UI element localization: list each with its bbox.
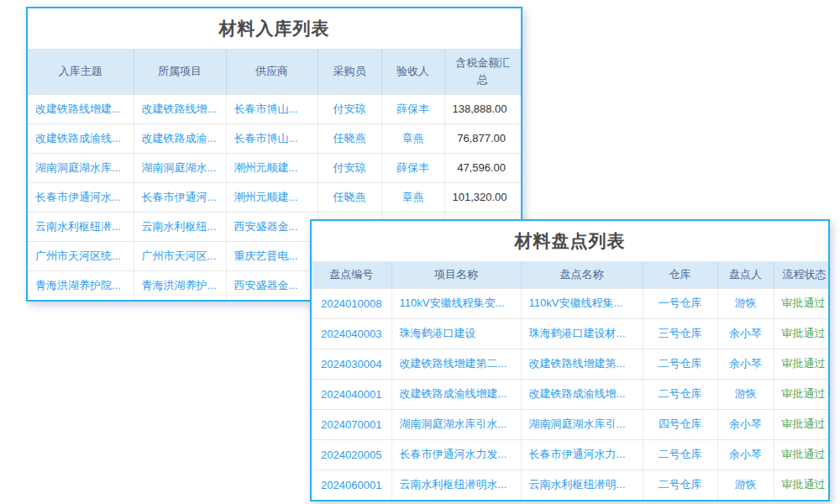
column-header-stocktake-warehouse: 仓库 bbox=[643, 261, 717, 288]
cell-inbound-amount: 101,320.00 bbox=[444, 182, 521, 212]
column-header-stocktake-name: 盘点名称 bbox=[521, 261, 643, 288]
inbound-table-header: 入库主题 所属项目 供应商 采购员 验收人 含税金额汇总 bbox=[28, 49, 521, 94]
stocktake-table-row[interactable]: 2024030004 改建铁路线增建第二... 改建铁路线增建第... 二号仓库… bbox=[312, 349, 828, 379]
cell-inbound-supplier: 长春市博山... bbox=[226, 123, 318, 153]
stocktake-table-row[interactable]: 2024070001 湖南洞庭湖水库引水... 湖南洞庭湖水库引... 四号仓库… bbox=[312, 409, 828, 439]
cell-stocktake-warehouse: 二号仓库 bbox=[643, 379, 717, 409]
cell-stocktake-project: 云南水利枢纽潜明水... bbox=[391, 470, 521, 500]
column-header-inbound-inspector: 验收人 bbox=[381, 49, 444, 94]
cell-inbound-inspector: 薛保丰 bbox=[381, 153, 444, 182]
cell-inbound-project: 青海洪湖养护... bbox=[134, 270, 226, 300]
cell-inbound-amount: 47,596.00 bbox=[444, 153, 521, 182]
cell-inbound-subject: 云南水利枢纽潜... bbox=[28, 212, 134, 241]
cell-stocktake-code: 2024020005 bbox=[312, 439, 391, 470]
cell-inbound-inspector: 薛保丰 bbox=[381, 94, 444, 123]
cell-stocktake-status: 审批通过 bbox=[774, 470, 828, 500]
cell-stocktake-counter: 余小琴 bbox=[717, 439, 774, 470]
inbound-panel-title: 材料入库列表 bbox=[28, 8, 521, 49]
cell-stocktake-warehouse: 二号仓库 bbox=[643, 470, 717, 500]
inbound-table-row[interactable]: 长春市伊通河水... 长春市伊通河... 潮州元顺建... 任晓燕 章燕 101… bbox=[28, 182, 521, 212]
material-stocktake-panel: 材料盘点列表 盘点编号 项目名称 盘点名称 仓库 盘点人 流程状态 202401… bbox=[310, 219, 830, 501]
cell-stocktake-warehouse: 四号仓库 bbox=[643, 409, 717, 439]
column-header-inbound-purchaser: 采购员 bbox=[318, 49, 381, 94]
cell-stocktake-warehouse: 一号仓库 bbox=[643, 288, 717, 318]
stocktake-panel-title: 材料盘点列表 bbox=[312, 221, 828, 261]
cell-stocktake-name: 改建铁路成渝线增... bbox=[521, 379, 643, 409]
stocktake-table-row[interactable]: 2024020005 长春市伊通河水力发... 长春市伊通河水力... 二号仓库… bbox=[312, 439, 828, 470]
stocktake-table-row[interactable]: 2024040001 改建铁路成渝线增建... 改建铁路成渝线增... 二号仓库… bbox=[312, 379, 828, 409]
stocktake-table-row[interactable]: 2024060001 云南水利枢纽潜明水... 云南水利枢纽潜明... 二号仓库… bbox=[312, 470, 828, 500]
column-header-stocktake-counter: 盘点人 bbox=[717, 261, 774, 288]
cell-inbound-project: 云南水利枢纽... bbox=[134, 212, 226, 241]
cell-stocktake-project: 湖南洞庭湖水库引水... bbox=[391, 409, 521, 439]
stocktake-table-row[interactable]: 2024040003 珠海鹤港口建设 珠海鹤港口建设材... 三号仓库 余小琴 … bbox=[312, 318, 828, 349]
cell-stocktake-name: 湖南洞庭湖水库引... bbox=[521, 409, 643, 439]
cell-inbound-purchaser: 任晓燕 bbox=[318, 123, 381, 153]
cell-stocktake-counter: 余小琴 bbox=[717, 349, 774, 379]
stocktake-table-body: 2024010008 110kV安徽线程集变... 110kV安徽线程集... … bbox=[312, 288, 828, 500]
inbound-table-row[interactable]: 改建铁路成渝线... 改建铁路成渝... 长春市博山... 任晓燕 章燕 76,… bbox=[28, 123, 521, 153]
cell-inbound-purchaser: 任晓燕 bbox=[318, 182, 381, 212]
cell-inbound-purchaser: 付安琼 bbox=[318, 94, 381, 123]
cell-inbound-amount: 138,888.00 bbox=[444, 94, 521, 123]
cell-inbound-supplier: 潮州元顺建... bbox=[226, 153, 318, 182]
cell-stocktake-counter: 余小琴 bbox=[717, 318, 774, 349]
column-header-stocktake-code: 盘点编号 bbox=[312, 261, 391, 288]
cell-stocktake-project: 长春市伊通河水力发... bbox=[391, 439, 521, 470]
cell-stocktake-project: 珠海鹤港口建设 bbox=[391, 318, 521, 349]
cell-stocktake-warehouse: 二号仓库 bbox=[643, 349, 717, 379]
cell-stocktake-counter: 游恢 bbox=[717, 288, 774, 318]
cell-stocktake-project: 改建铁路成渝线增建... bbox=[391, 379, 521, 409]
cell-inbound-subject: 改建铁路成渝线... bbox=[28, 123, 134, 153]
cell-stocktake-status: 审批通过 bbox=[774, 439, 828, 470]
stocktake-table: 盘点编号 项目名称 盘点名称 仓库 盘点人 流程状态 2024010008 11… bbox=[312, 261, 828, 500]
cell-stocktake-name: 云南水利枢纽潜明... bbox=[521, 470, 643, 500]
cell-stocktake-name: 110kV安徽线程集... bbox=[521, 288, 643, 318]
column-header-inbound-amount: 含税金额汇总 bbox=[444, 49, 521, 94]
cell-inbound-inspector: 章燕 bbox=[381, 123, 444, 153]
cell-stocktake-counter: 余小琴 bbox=[717, 409, 774, 439]
cell-inbound-subject: 青海洪湖养护院... bbox=[28, 270, 134, 300]
cell-inbound-subject: 改建铁路线增建... bbox=[28, 94, 134, 123]
cell-stocktake-status: 审批通过 bbox=[774, 379, 828, 409]
cell-stocktake-name: 长春市伊通河水力... bbox=[521, 439, 643, 470]
cell-stocktake-status: 审批通过 bbox=[774, 318, 828, 349]
inbound-table-row[interactable]: 改建铁路线增建... 改建铁路线增... 长春市博山... 付安琼 薛保丰 13… bbox=[28, 94, 521, 123]
cell-inbound-project: 湖南洞庭湖水... bbox=[134, 153, 226, 182]
cell-inbound-subject: 长春市伊通河水... bbox=[28, 182, 134, 212]
cell-stocktake-project: 110kV安徽线程集变... bbox=[391, 288, 521, 318]
cell-stocktake-warehouse: 三号仓库 bbox=[643, 318, 717, 349]
cell-inbound-supplier: 长春市博山... bbox=[226, 94, 318, 123]
cell-inbound-supplier: 重庆艺普电... bbox=[226, 241, 318, 270]
column-header-stocktake-project: 项目名称 bbox=[391, 261, 521, 288]
cell-stocktake-name: 珠海鹤港口建设材... bbox=[521, 318, 643, 349]
cell-inbound-project: 改建铁路成渝... bbox=[134, 123, 226, 153]
cell-stocktake-code: 2024010008 bbox=[312, 288, 391, 318]
cell-stocktake-project: 改建铁路线增建第二... bbox=[391, 349, 521, 379]
cell-stocktake-code: 2024060001 bbox=[312, 470, 391, 500]
cell-inbound-project: 长春市伊通河... bbox=[134, 182, 226, 212]
cell-stocktake-code: 2024070001 bbox=[312, 409, 391, 439]
cell-inbound-supplier: 潮州元顺建... bbox=[226, 182, 318, 212]
cell-stocktake-code: 2024040001 bbox=[312, 379, 391, 409]
cell-stocktake-name: 改建铁路线增建第... bbox=[521, 349, 643, 379]
cell-stocktake-status: 审批通过 bbox=[774, 288, 828, 318]
cell-inbound-subject: 湖南洞庭湖水库... bbox=[28, 153, 134, 182]
cell-inbound-purchaser: 付安琼 bbox=[318, 153, 381, 182]
cell-inbound-supplier: 西安盛器金... bbox=[226, 212, 318, 241]
inbound-table-row[interactable]: 湖南洞庭湖水库... 湖南洞庭湖水... 潮州元顺建... 付安琼 薛保丰 47… bbox=[28, 153, 521, 182]
cell-stocktake-counter: 游恢 bbox=[717, 470, 774, 500]
cell-stocktake-code: 2024030004 bbox=[312, 349, 391, 379]
cell-stocktake-status: 审批通过 bbox=[774, 349, 828, 379]
column-header-inbound-project: 所属项目 bbox=[134, 49, 226, 94]
cell-inbound-amount: 76,877.00 bbox=[444, 123, 521, 153]
cell-inbound-project: 广州市天河区... bbox=[134, 241, 226, 270]
cell-inbound-inspector: 章燕 bbox=[381, 182, 444, 212]
cell-stocktake-counter: 游恢 bbox=[717, 379, 774, 409]
cell-stocktake-warehouse: 二号仓库 bbox=[643, 439, 717, 470]
column-header-stocktake-status: 流程状态 bbox=[774, 261, 828, 288]
stocktake-table-row[interactable]: 2024010008 110kV安徽线程集变... 110kV安徽线程集... … bbox=[312, 288, 828, 318]
cell-inbound-subject: 广州市天河区统... bbox=[28, 241, 134, 270]
stocktake-table-header: 盘点编号 项目名称 盘点名称 仓库 盘点人 流程状态 bbox=[312, 261, 828, 288]
cell-inbound-supplier: 西安盛器金... bbox=[226, 270, 318, 300]
